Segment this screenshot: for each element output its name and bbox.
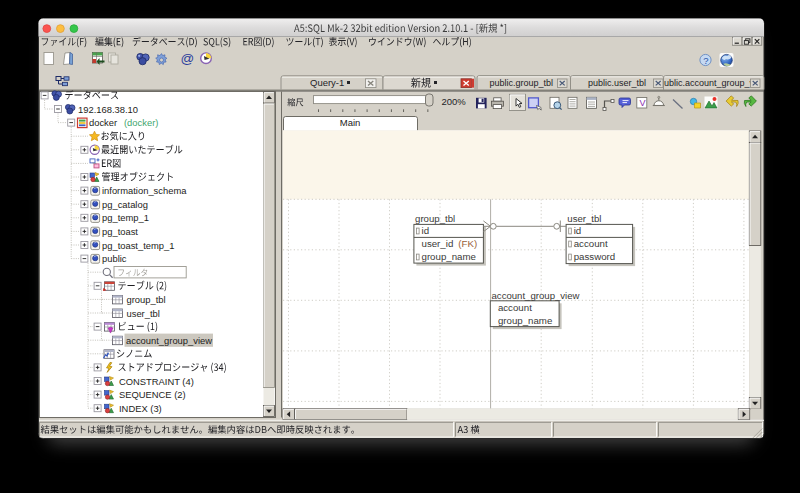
svg-text:public.group_tbl: public.group_tbl bbox=[490, 78, 554, 88]
svg-text:group_name: group_name bbox=[498, 315, 552, 326]
svg-text:docker: docker bbox=[89, 117, 117, 128]
svg-text:group_name: group_name bbox=[422, 251, 476, 262]
svg-text:id: id bbox=[574, 225, 582, 236]
svg-text:200%: 200% bbox=[442, 96, 467, 107]
svg-text:(docker): (docker) bbox=[124, 117, 158, 128]
svg-text:account: account bbox=[574, 238, 608, 249]
svg-text:user_tbl: user_tbl bbox=[567, 213, 601, 224]
svg-text:account_group_view: account_group_view bbox=[126, 335, 212, 346]
svg-text:pg_catalog: pg_catalog bbox=[102, 199, 148, 210]
svg-text:group_tbl: group_tbl bbox=[127, 294, 166, 305]
svg-text:pg_toast_temp_1: pg_toast_temp_1 bbox=[102, 240, 174, 251]
svg-text:?: ? bbox=[703, 55, 708, 66]
svg-text:(FK): (FK) bbox=[458, 238, 477, 249]
svg-text:user_id: user_id bbox=[422, 238, 454, 249]
svg-text:account_group_view: account_group_view bbox=[492, 290, 580, 301]
svg-text:id: id bbox=[422, 225, 430, 236]
svg-text:V: V bbox=[640, 98, 646, 108]
svg-text:account: account bbox=[498, 302, 532, 313]
svg-text:public: public bbox=[102, 253, 127, 264]
svg-text:Main: Main bbox=[340, 117, 361, 128]
svg-text:ublic.account_group_v: ublic.account_group_v bbox=[664, 78, 755, 88]
svg-text:user_tbl: user_tbl bbox=[127, 308, 160, 319]
svg-text:password: password bbox=[574, 251, 615, 262]
svg-text:192.168.38.10: 192.168.38.10 bbox=[78, 104, 138, 115]
svg-text:group_tbl: group_tbl bbox=[415, 213, 455, 224]
svg-text:information_schema: information_schema bbox=[102, 185, 187, 196]
svg-text:@: @ bbox=[181, 51, 195, 66]
svg-text:public.user_tbl: public.user_tbl bbox=[588, 78, 646, 88]
svg-text:SEQUENCE (2): SEQUENCE (2) bbox=[119, 389, 186, 400]
svg-text:Query-1: Query-1 bbox=[310, 77, 344, 88]
svg-text:INDEX (3): INDEX (3) bbox=[119, 403, 162, 414]
svg-text:CONSTRAINT (4): CONSTRAINT (4) bbox=[119, 376, 194, 387]
svg-text:pg_temp_1: pg_temp_1 bbox=[102, 212, 149, 223]
svg-text:pg_toast: pg_toast bbox=[102, 226, 138, 237]
